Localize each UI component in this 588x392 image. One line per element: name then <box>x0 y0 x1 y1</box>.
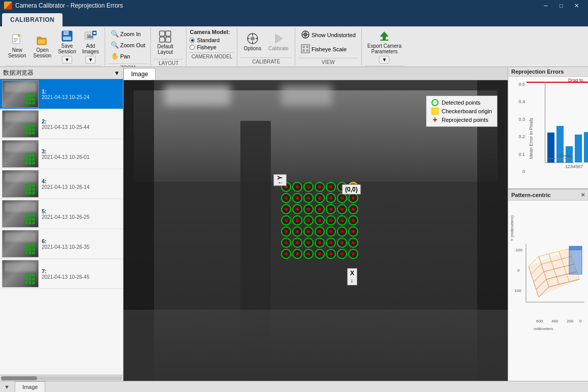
svg-rect-37 <box>302 49 305 52</box>
checker-dot-3-0 <box>281 215 291 225</box>
ribbon-group-zoom: 🔍 Zoom In 🔍 Zoom Out ✋ Pan ZOOM <box>105 27 151 66</box>
file-num-4: 4: <box>42 178 89 184</box>
y-axis-label: Mean Error in Pixels <box>529 82 534 159</box>
reproj-errors-header: Reprojection Errors <box>508 67 588 77</box>
right-panel: Reprojection Errors Drag to... 0.5 0.4 0… <box>508 67 588 381</box>
y-tick-4: 0.4 <box>518 99 525 104</box>
file-browser-scrollbar[interactable] <box>0 375 123 381</box>
file-num-6: 6: <box>42 238 89 244</box>
default-layout-button[interactable]: DefaultLayout <box>154 28 176 57</box>
checker-dot-2-3 <box>315 204 325 214</box>
open-session-button[interactable]: OpenSession <box>30 32 55 60</box>
file-item-4[interactable]: 4:2021-04-13 10-26-14 <box>0 169 123 199</box>
export-params-button[interactable]: Export CameraParameters <box>365 28 404 56</box>
scrollbar-thumb[interactable] <box>1 376 37 380</box>
file-item-7[interactable]: 7:2021-04-13 10-26-45 <box>0 259 123 289</box>
checker-dot-4-1 <box>292 226 302 237</box>
file-browser-scroll[interactable]: 1:2021-04-13 10-25-24 2:2021-04-13 10-25… <box>0 79 123 375</box>
checker-dot-6-0 <box>281 249 291 259</box>
status-expand-icon[interactable]: ▼ <box>4 384 10 390</box>
y-axis-label: ↑ Y <box>273 174 287 186</box>
calibrate-button[interactable]: Calibrate <box>265 30 292 53</box>
image-tab[interactable]: Image <box>123 68 156 80</box>
y-tick-2: 0.2 <box>518 134 525 139</box>
svg-rect-11 <box>63 37 71 40</box>
svg-rect-7 <box>38 39 46 44</box>
file-browser-expand-icon[interactable]: ▼ <box>114 70 120 77</box>
chart-bars <box>545 82 574 163</box>
save-session-button[interactable]: SaveSession <box>55 28 79 56</box>
save-dropdown-button[interactable]: ▼ <box>62 56 72 63</box>
fisheye-radio-circle <box>190 45 195 50</box>
checker-dot-4-0 <box>281 226 291 237</box>
file-date-1: 2021-04-13 10-25-24 <box>42 94 89 100</box>
checker-dot-4-4 <box>326 226 336 237</box>
y-tick-1: 0.1 <box>518 152 525 157</box>
close-button[interactable]: ✕ <box>569 0 584 11</box>
checker-dot-2-2 <box>303 204 314 214</box>
status-tab[interactable]: Image <box>15 381 46 393</box>
checker-dot-5-1 <box>292 238 302 248</box>
svg-text:600: 600 <box>536 319 543 323</box>
add-images-dropdown-button[interactable]: ▼ <box>85 56 96 63</box>
pattern-chart: Y (millimeters) millimeters -100 0 100 6… <box>508 201 588 381</box>
show-undistorted-button[interactable]: Show Undistorted <box>298 28 358 42</box>
svg-text:100: 100 <box>514 288 521 293</box>
svg-text:0: 0 <box>517 268 520 273</box>
svg-rect-4 <box>14 41 16 42</box>
fisheye-radio[interactable]: Fisheye <box>190 44 234 50</box>
reprojected-points-icon: + <box>431 116 439 123</box>
options-button[interactable]: Options <box>240 30 264 53</box>
export-icon <box>378 30 390 42</box>
svg-rect-38 <box>306 49 308 52</box>
file-item-3[interactable]: 3:2021-04-13 10-26-01 <box>0 139 123 169</box>
export-dropdown-button[interactable]: ▼ <box>379 56 389 63</box>
zoom-out-button[interactable]: 🔍 Zoom Out <box>108 40 148 50</box>
file-item-1[interactable]: 1:2021-04-13 10-25-24 <box>0 79 123 109</box>
checker-dot-6-4 <box>326 249 336 259</box>
pan-button[interactable]: ✋ Pan <box>108 51 148 61</box>
file-info-6: 6:2021-04-13 10-26-35 <box>42 238 89 250</box>
main-content: 数据浏览器 ▼ 1:2021-04-13 10-25-24 2:2021-04-… <box>0 67 588 381</box>
bar-4[interactable] <box>575 135 582 162</box>
checker-dot-6-5 <box>337 249 347 259</box>
reprojected-points-legend: + Reprojected points <box>431 116 492 123</box>
checker-dot-3-4 <box>326 215 336 225</box>
svg-text:0: 0 <box>579 319 582 323</box>
file-item-5[interactable]: 5:2021-04-13 10-26-25 <box>0 199 123 229</box>
standard-radio[interactable]: Standard <box>190 37 234 43</box>
y-axis: 0.5 0.4 0.3 0.2 0.1 0 <box>508 82 527 174</box>
checker-dot-2-6 <box>348 204 358 214</box>
options-label: Options <box>243 46 261 51</box>
file-info-4: 4:2021-04-13 10-26-14 <box>42 178 89 190</box>
checker-dot-0-1 <box>292 182 302 192</box>
fisheye-scale-button[interactable]: Fisheye Scale <box>298 43 358 56</box>
minimize-button[interactable]: ─ <box>538 0 553 11</box>
zoom-stack: 🔍 Zoom In 🔍 Zoom Out ✋ Pan <box>108 28 148 61</box>
file-info-5: 5:2021-04-13 10-26-25 <box>42 208 89 220</box>
add-images-split: AddImages ▼ <box>80 28 102 63</box>
file-num-2: 2: <box>42 118 89 124</box>
image-area: Image <box>123 67 508 381</box>
calibrate-label: Calibrate <box>268 46 289 51</box>
export-buttons: Export CameraParameters ▼ <box>365 27 404 64</box>
zoom-in-button[interactable]: 🔍 Zoom In <box>108 28 148 39</box>
add-images-button[interactable]: AddImages <box>80 28 102 56</box>
svg-marker-29 <box>275 34 283 43</box>
file-item-2[interactable]: 2:2021-04-13 10-25-44 <box>0 109 123 139</box>
checker-dot-0-3 <box>315 182 325 192</box>
pattern-3d-chart: Y (millimeters) millimeters -100 0 100 6… <box>508 201 588 333</box>
bar-5[interactable] <box>584 132 588 162</box>
checker-dot-1-0 <box>281 193 291 203</box>
save-icon <box>61 30 73 42</box>
checker-dot-2-4 <box>326 204 336 214</box>
fisheye-scale-icon <box>301 44 310 54</box>
new-session-button[interactable]: NewSession <box>5 32 29 60</box>
checker-dot-4-6 <box>348 226 358 237</box>
file-item-6[interactable]: 6:2021-04-13 10-26-35 <box>0 229 123 259</box>
pattern-close-button[interactable]: × <box>581 191 585 199</box>
maximize-button[interactable]: □ <box>553 0 569 11</box>
file-thumb-4 <box>2 170 39 198</box>
tab-calibration[interactable]: CALIBRATION <box>2 13 63 26</box>
file-info-3: 3:2021-04-13 10-26-01 <box>42 148 89 160</box>
